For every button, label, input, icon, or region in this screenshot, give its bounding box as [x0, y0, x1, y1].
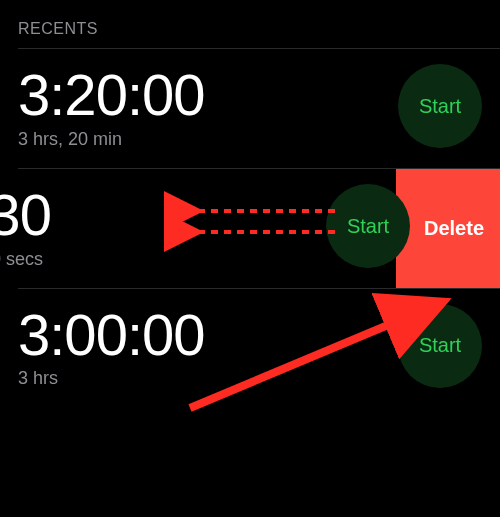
start-button[interactable]: Start — [326, 184, 410, 268]
timer-description: 3 hrs — [18, 368, 205, 389]
timer-time: 3:20:00 — [18, 63, 205, 127]
delete-button[interactable]: Delete — [396, 169, 500, 288]
timer-text: 5:30 min, 30 secs — [0, 183, 51, 270]
timer-text: 3:00:00 3 hrs — [18, 303, 205, 390]
section-header-recents: RECENTS — [0, 0, 500, 48]
timer-row: 3:00:00 3 hrs Start — [0, 289, 500, 408]
timer-time: 3:00:00 — [18, 303, 205, 367]
timer-description: 3 hrs, 20 min — [18, 129, 205, 150]
timer-time: 5:30 — [0, 183, 51, 247]
timer-row-swiped: 5:30 min, 30 secs Start Delete — [0, 169, 500, 288]
timer-description: min, 30 secs — [0, 249, 51, 270]
timer-row: 3:20:00 3 hrs, 20 min Start — [0, 49, 500, 168]
timer-text: 3:20:00 3 hrs, 20 min — [18, 63, 205, 150]
start-button[interactable]: Start — [398, 304, 482, 388]
start-button[interactable]: Start — [398, 64, 482, 148]
